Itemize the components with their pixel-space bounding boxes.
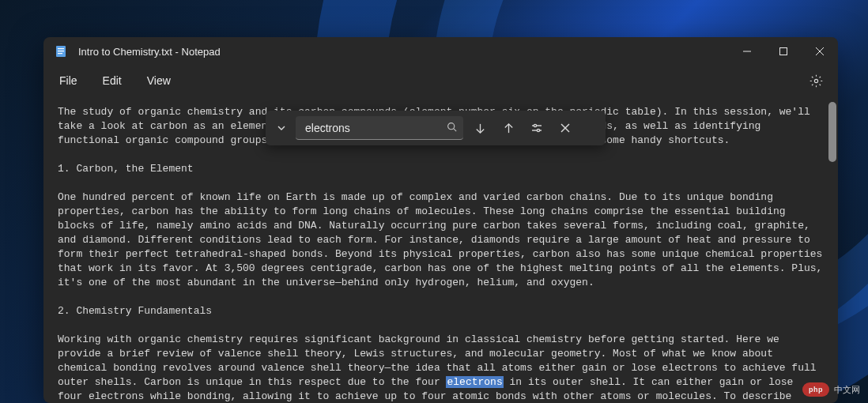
search-highlight: electrons (446, 376, 503, 388)
heading-1: 1. Carbon, the Element (58, 163, 194, 175)
heading-2: 2. Chemistry Fundamentals (58, 305, 212, 317)
search-icon[interactable] (443, 121, 460, 135)
settings-button[interactable] (800, 66, 832, 96)
svg-point-16 (537, 129, 539, 131)
find-bar (266, 111, 606, 145)
watermark-logo: php (802, 382, 829, 397)
menu-edit[interactable]: Edit (90, 70, 134, 92)
svg-point-14 (534, 124, 536, 126)
close-button[interactable] (802, 37, 838, 66)
vertical-scrollbar[interactable] (828, 102, 836, 162)
window-title: Intro to Chemistry.txt - Notepad (78, 46, 221, 58)
svg-line-10 (454, 128, 456, 130)
expand-replace-button[interactable] (272, 117, 291, 139)
find-options-button[interactable] (525, 116, 549, 140)
find-next-button[interactable] (468, 116, 492, 140)
paragraph-2: One hundred percent of known life on Ear… (58, 191, 828, 288)
minimize-button[interactable] (729, 37, 765, 66)
find-previous-button[interactable] (496, 116, 520, 140)
find-input[interactable] (305, 122, 443, 134)
svg-rect-3 (58, 53, 62, 54)
svg-rect-5 (780, 48, 787, 55)
notepad-window: Intro to Chemistry.txt - Notepad File Ed… (43, 37, 838, 403)
svg-point-9 (448, 122, 455, 129)
svg-rect-2 (58, 51, 64, 51)
titlebar[interactable]: Intro to Chemistry.txt - Notepad (43, 37, 838, 66)
watermark: php 中文网 (802, 382, 860, 397)
menu-view[interactable]: View (134, 70, 183, 92)
menubar: File Edit View (43, 66, 838, 96)
maximize-button[interactable] (765, 37, 802, 66)
svg-point-8 (814, 79, 817, 82)
close-find-button[interactable] (553, 116, 577, 140)
watermark-text: 中文网 (834, 384, 860, 396)
app-icon (55, 45, 67, 58)
menu-file[interactable]: File (47, 70, 90, 92)
svg-rect-1 (58, 48, 64, 49)
find-input-container (296, 116, 463, 140)
